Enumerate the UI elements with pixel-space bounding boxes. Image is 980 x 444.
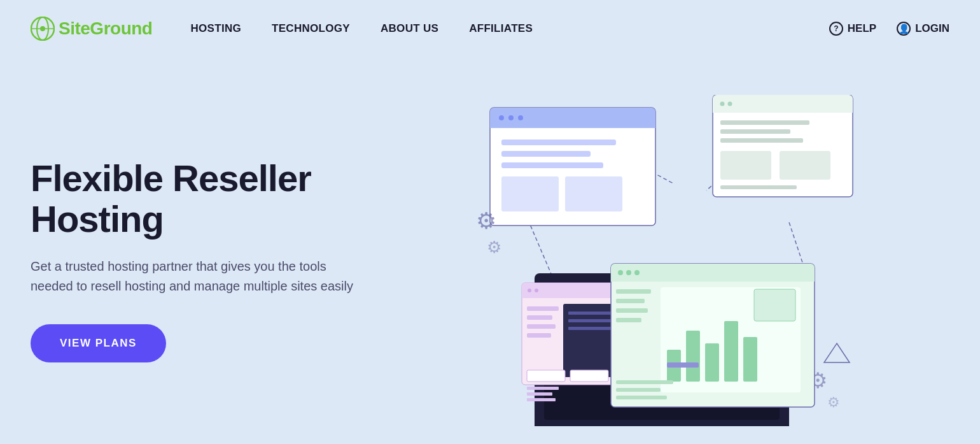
hero-illustration: ⚙ ⚙ ⚙ ⚙	[361, 76, 949, 444]
navbar: SiteGround HOSTING TECHNOLOGY ABOUT US A…	[0, 0, 980, 57]
svg-point-58	[618, 270, 623, 275]
svg-point-13	[508, 115, 514, 120]
svg-rect-75	[616, 396, 667, 399]
svg-rect-26	[720, 129, 790, 134]
svg-rect-17	[501, 162, 603, 168]
svg-point-60	[634, 270, 640, 275]
hero-title: Flexible Reseller Hosting	[31, 158, 361, 240]
nav-link-hosting[interactable]: HOSTING	[190, 22, 241, 35]
svg-rect-61	[616, 289, 651, 294]
svg-text:⚙: ⚙	[487, 238, 501, 257]
svg-point-40	[528, 289, 531, 292]
svg-rect-51	[570, 370, 608, 382]
login-icon: 👤	[897, 22, 911, 36]
svg-rect-44	[527, 324, 556, 329]
nav-right: ? HELP 👤 LOGIN	[829, 22, 949, 36]
svg-rect-53	[527, 392, 552, 396]
svg-rect-63	[616, 308, 648, 313]
svg-rect-43	[527, 315, 552, 320]
svg-rect-67	[686, 331, 700, 382]
nav-link-about-us[interactable]: ABOUT US	[381, 22, 438, 35]
svg-rect-70	[743, 337, 757, 382]
svg-text:⚙: ⚙	[476, 208, 496, 234]
logo[interactable]: SiteGround	[31, 17, 152, 41]
svg-rect-25	[720, 120, 809, 125]
svg-point-41	[535, 289, 538, 292]
help-link[interactable]: ? HELP	[829, 22, 876, 36]
svg-rect-50	[527, 370, 565, 382]
svg-rect-72	[667, 362, 699, 368]
svg-rect-69	[724, 321, 738, 382]
logo-icon	[31, 17, 55, 41]
svg-rect-28	[720, 151, 771, 180]
svg-rect-62	[616, 299, 645, 303]
svg-rect-64	[616, 318, 641, 322]
hero-subtitle: Get a trusted hosting partner that gives…	[31, 257, 361, 296]
svg-point-14	[518, 115, 523, 120]
svg-rect-19	[565, 176, 622, 211]
svg-rect-30	[720, 185, 797, 189]
svg-rect-52	[527, 387, 559, 390]
nav-link-affiliates[interactable]: AFFILIATES	[469, 22, 533, 35]
svg-rect-18	[501, 176, 559, 211]
svg-rect-54	[527, 398, 556, 401]
logo-text: SiteGround	[59, 18, 152, 39]
svg-rect-68	[705, 343, 719, 382]
svg-rect-15	[501, 140, 616, 145]
nav-link-technology[interactable]: TECHNOLOGY	[272, 22, 350, 35]
svg-rect-42	[527, 306, 559, 311]
svg-rect-71	[754, 289, 795, 321]
svg-rect-27	[720, 138, 803, 143]
view-plans-button[interactable]: VIEW PLANS	[31, 324, 166, 362]
svg-rect-11	[490, 118, 655, 128]
svg-rect-73	[616, 380, 673, 384]
svg-point-12	[499, 115, 504, 120]
illustration-svg: ⚙ ⚙ ⚙ ⚙	[452, 95, 859, 426]
svg-rect-74	[616, 388, 661, 392]
svg-rect-45	[527, 333, 551, 338]
hero-section: Flexible Reseller Hosting Get a trusted …	[0, 57, 980, 444]
svg-rect-22	[713, 104, 853, 113]
svg-point-59	[626, 270, 631, 275]
svg-rect-29	[780, 151, 830, 180]
help-icon: ?	[829, 22, 843, 36]
svg-rect-49	[568, 327, 613, 330]
svg-marker-8	[824, 343, 850, 362]
login-link[interactable]: 👤 LOGIN	[897, 22, 949, 36]
svg-point-23	[720, 101, 725, 106]
nav-links: HOSTING TECHNOLOGY ABOUT US AFFILIATES	[190, 22, 829, 35]
svg-rect-16	[501, 151, 591, 157]
hero-content: Flexible Reseller Hosting Get a trusted …	[31, 158, 361, 363]
svg-point-24	[728, 101, 732, 106]
svg-rect-57	[611, 273, 815, 282]
svg-text:⚙: ⚙	[827, 394, 840, 410]
